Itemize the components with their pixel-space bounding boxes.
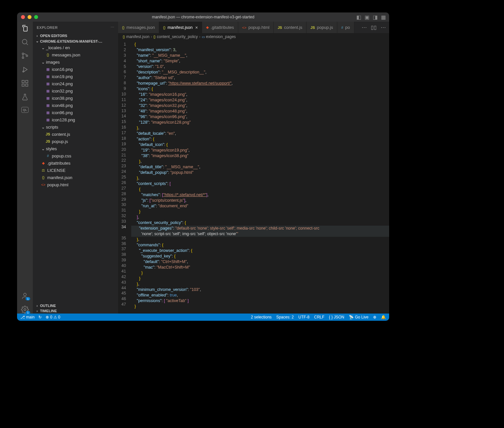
- feedback-icon[interactable]: ⊕: [373, 315, 376, 319]
- file-type-icon: ▦: [45, 103, 51, 108]
- editor-tab[interactable]: JScontent.js: [274, 22, 306, 33]
- layout-panel-icon[interactable]: ▣: [365, 14, 369, 20]
- line-numbers: 1234567891011121314151617181920212223242…: [118, 40, 131, 314]
- file-item[interactable]: JSpopup.js: [33, 138, 118, 145]
- file-type-icon: JS: [45, 139, 51, 144]
- file-item[interactable]: <>popup.html: [33, 181, 118, 188]
- layout-sidebar-left-icon[interactable]: ◧: [356, 14, 361, 20]
- file-type-icon: ▦: [45, 110, 51, 115]
- encoding[interactable]: UTF-8: [298, 315, 309, 319]
- folder-item[interactable]: ⌄scripts: [33, 123, 118, 131]
- file-item[interactable]: ▦icon38.png: [33, 94, 118, 102]
- editor-tab[interactable]: #po: [337, 22, 354, 33]
- layout-customize-icon[interactable]: ▦: [381, 14, 386, 20]
- folder-item[interactable]: ⌄_locales / en: [33, 44, 118, 51]
- folder-item[interactable]: ⌄styles: [33, 145, 118, 152]
- git-branch[interactable]: ⎇ main: [20, 315, 34, 319]
- project-section[interactable]: ⌄CHROME-EXTENSION-MANIFEST-…: [33, 38, 118, 44]
- breadcrumb-item[interactable]: content_security_policy: [157, 34, 198, 39]
- file-item[interactable]: ▦icon24.png: [33, 80, 118, 87]
- file-tree: ⌄_locales / en{}messages.json⌄images▦ico…: [33, 44, 118, 303]
- editor-tab[interactable]: JSpopup.js: [306, 22, 337, 33]
- file-type-icon: JS: [45, 132, 51, 137]
- accounts-badge: 1: [26, 297, 30, 300]
- file-item[interactable]: ▦icon96.png: [33, 109, 118, 116]
- codeql-icon[interactable]: QL: [21, 107, 29, 113]
- chevron-right-icon: ›: [151, 34, 152, 39]
- string-icon: ▭: [202, 35, 205, 39]
- file-item[interactable]: ▦icon48.png: [33, 102, 118, 109]
- layout-sidebar-right-icon[interactable]: ◨: [373, 14, 378, 20]
- svg-point-9: [24, 293, 26, 296]
- file-item[interactable]: {}messages.json: [33, 51, 118, 58]
- close-window-button[interactable]: [21, 15, 25, 19]
- folder-item[interactable]: ⌄images: [33, 58, 118, 66]
- file-type-icon: JS: [278, 26, 282, 30]
- editor-tab[interactable]: {}manifest.json×: [159, 22, 202, 33]
- file-type-icon: <>: [41, 182, 46, 187]
- file-item[interactable]: ▦icon128.png: [33, 116, 118, 123]
- code-body[interactable]: { "manifest_version": 3, "name": "__MSG_…: [131, 40, 389, 314]
- outline-section[interactable]: ›OUTLINE: [33, 303, 118, 308]
- sync-icon[interactable]: ↻: [38, 315, 42, 319]
- file-type-icon: {}: [45, 52, 51, 57]
- file-item[interactable]: ▦icon19.png: [33, 73, 118, 80]
- file-type-icon: {}: [122, 26, 124, 30]
- explorer-icon[interactable]: [21, 24, 29, 32]
- source-control-icon[interactable]: [21, 52, 29, 60]
- breadcrumb[interactable]: {} manifest.json › {} content_security_p…: [118, 33, 389, 40]
- timeline-section[interactable]: ›TIMELINE: [33, 308, 118, 314]
- file-type-icon: JS: [310, 26, 315, 30]
- window-title: manifest.json — chrome-extension-manifes…: [152, 15, 254, 19]
- sidebar-header: EXPLORER ⋯: [33, 22, 118, 33]
- language-mode[interactable]: { } JSON: [329, 315, 345, 319]
- file-type-icon: ◆: [41, 160, 46, 166]
- file-type-icon: <>: [242, 26, 246, 30]
- vscode-window: manifest.json — chrome-extension-manifes…: [17, 12, 389, 321]
- sidebar: EXPLORER ⋯ ›OPEN EDITORS ⌄CHROME-EXTENSI…: [33, 22, 118, 314]
- accounts-icon[interactable]: 1: [21, 292, 29, 300]
- file-type-icon: ▦: [45, 95, 51, 101]
- problems[interactable]: ⊗ 0 ⚠ 0: [46, 315, 60, 319]
- file-item[interactable]: ◆.gitattributes: [33, 159, 118, 167]
- indentation[interactable]: Spaces: 2: [276, 315, 294, 319]
- search-icon[interactable]: [21, 38, 29, 46]
- file-item[interactable]: ▦icon16.png: [33, 66, 118, 73]
- chevron-right-icon: ›: [35, 309, 39, 313]
- editor-tab[interactable]: {}messages.json: [118, 22, 159, 33]
- testing-icon[interactable]: [21, 93, 29, 101]
- svg-rect-8: [26, 80, 28, 83]
- chevron-right-icon: ›: [35, 304, 39, 308]
- file-item[interactable]: ⚖LICENSE: [33, 167, 118, 174]
- editor-tab[interactable]: ◆.gitattributes: [202, 22, 238, 33]
- breadcrumb-item[interactable]: manifest.json: [126, 34, 150, 39]
- notifications-icon[interactable]: 🔔: [381, 315, 386, 319]
- svg-point-10: [24, 309, 26, 311]
- file-item[interactable]: JScontent.js: [33, 131, 118, 138]
- open-editors-section[interactable]: ›OPEN EDITORS: [33, 33, 118, 38]
- code-editor[interactable]: 1234567891011121314151617181920212223242…: [118, 40, 389, 314]
- more-tabs-icon[interactable]: ⋯: [362, 24, 367, 31]
- file-item[interactable]: #popup.css: [33, 152, 118, 159]
- settings-gear-icon[interactable]: 1: [21, 306, 29, 314]
- breadcrumb-item[interactable]: extension_pages: [206, 34, 236, 39]
- chevron-down-icon: ⌄: [41, 146, 45, 151]
- editor-area: {}messages.json{}manifest.json×◆.gitattr…: [118, 22, 389, 314]
- explorer-more-icon[interactable]: ⋯: [111, 25, 115, 30]
- svg-point-0: [22, 39, 27, 44]
- more-actions-icon[interactable]: ⋯: [381, 24, 386, 31]
- maximize-window-button[interactable]: [34, 15, 38, 19]
- file-type-icon: {}: [41, 175, 46, 180]
- selection-count[interactable]: 2 selections: [251, 315, 272, 319]
- extensions-icon[interactable]: [21, 79, 29, 87]
- eol[interactable]: CRLF: [314, 315, 324, 319]
- minimize-window-button[interactable]: [28, 15, 32, 19]
- run-debug-icon[interactable]: [21, 66, 29, 73]
- file-item[interactable]: {}manifest.json: [33, 174, 118, 181]
- file-item[interactable]: ▦icon32.png: [33, 87, 118, 94]
- editor-tab[interactable]: <>popup.html: [238, 22, 274, 33]
- file-type-icon: #: [45, 153, 51, 158]
- go-live[interactable]: 📡 Go Live: [349, 315, 368, 319]
- split-editor-icon[interactable]: ▯▯: [371, 24, 377, 31]
- close-tab-icon[interactable]: ×: [195, 25, 198, 30]
